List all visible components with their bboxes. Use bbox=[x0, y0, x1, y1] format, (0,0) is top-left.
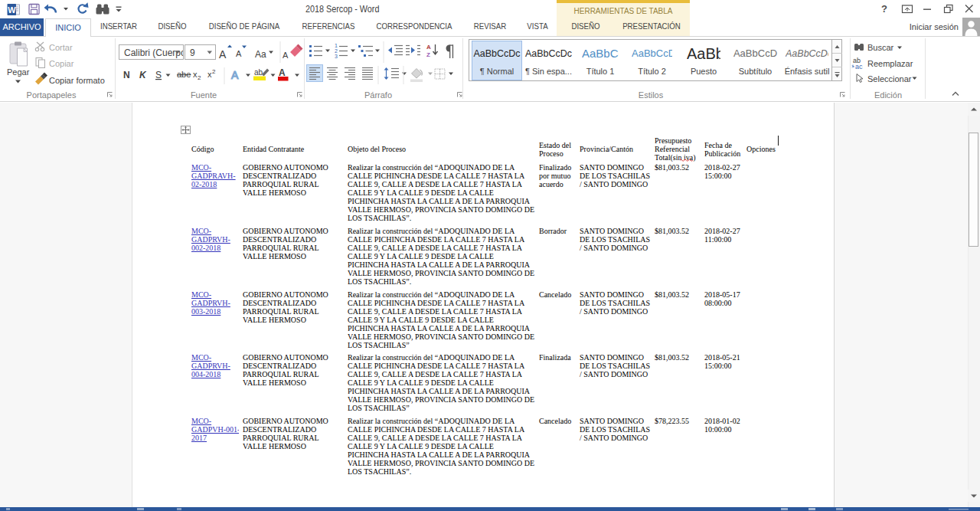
svg-text:2: 2 bbox=[212, 68, 216, 75]
svg-text:abe: abe bbox=[177, 70, 191, 79]
svg-text:W: W bbox=[8, 5, 16, 15]
svg-text:3: 3 bbox=[335, 54, 338, 59]
svg-text:A: A bbox=[219, 48, 227, 61]
svg-text:A: A bbox=[279, 67, 286, 78]
svg-text:2: 2 bbox=[198, 74, 201, 81]
svg-text:S: S bbox=[155, 70, 162, 80]
svg-text:A: A bbox=[231, 69, 239, 81]
svg-text:?: ? bbox=[881, 3, 887, 15]
svg-text:A: A bbox=[426, 44, 431, 51]
svg-text:A: A bbox=[283, 51, 289, 60]
svg-text:A: A bbox=[236, 49, 242, 58]
svg-text:Z: Z bbox=[426, 51, 430, 58]
svg-text:ac: ac bbox=[855, 63, 863, 70]
svg-text:Aa: Aa bbox=[255, 49, 266, 60]
svg-text:K: K bbox=[139, 70, 147, 80]
svg-text:N: N bbox=[123, 70, 130, 80]
svg-text:1: 1 bbox=[335, 43, 338, 48]
svg-text:ab: ab bbox=[254, 68, 263, 77]
svg-text:2: 2 bbox=[335, 48, 338, 54]
